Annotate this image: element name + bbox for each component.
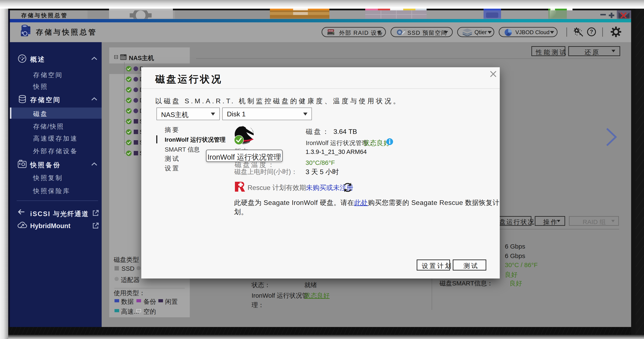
svg-text:RAID: RAID	[328, 30, 333, 32]
svg-text:?: ?	[590, 28, 593, 35]
